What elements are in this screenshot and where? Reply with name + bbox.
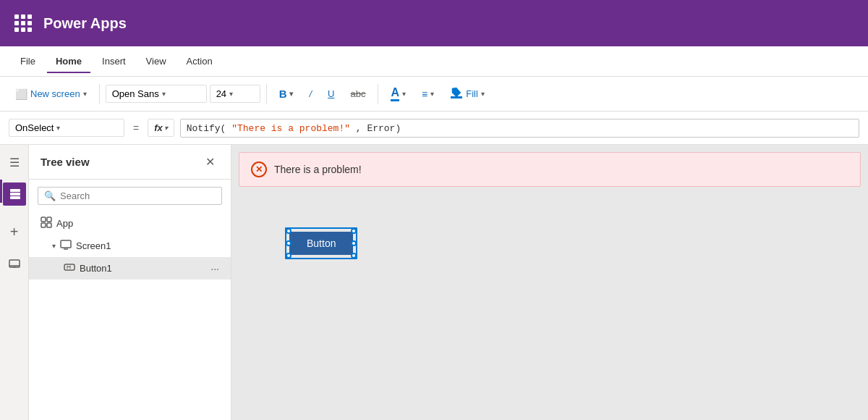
toolbar-divider-1 [99, 84, 100, 104]
error-icon: ✕ [251, 161, 267, 177]
fx-label: fx [154, 122, 163, 133]
handle-top-right[interactable] [351, 228, 357, 234]
sidebar-icons: ☰ + [0, 145, 29, 420]
font-size-value: 24 [216, 88, 226, 99]
align-icon: ≡ [422, 88, 427, 100]
new-screen-icon: ⬜ [15, 88, 27, 100]
menu-file[interactable]: File [12, 50, 44, 72]
underline-label: U [328, 88, 334, 99]
handle-bottom-left[interactable] [286, 253, 292, 259]
tree-header: Tree view ✕ [29, 145, 231, 180]
search-icon: 🔍 [44, 190, 56, 201]
font-size-select[interactable]: 24 ▾ [210, 85, 260, 103]
error-notification: ✕ There is a problem! [239, 152, 861, 187]
canvas-button-wrapper[interactable]: Button [289, 232, 353, 255]
svg-rect-13 [64, 264, 75, 270]
menu-home[interactable]: Home [47, 50, 90, 72]
svg-rect-2 [10, 193, 20, 196]
tree-item-app[interactable]: App [29, 212, 231, 235]
active-indicator [0, 180, 2, 203]
screen1-chevron: ▾ [52, 242, 56, 250]
screen1-label: Screen1 [76, 240, 219, 251]
app-title: Power Apps [43, 15, 127, 32]
top-bar: Power Apps [0, 0, 868, 46]
italic-label: / [309, 88, 312, 99]
tree-panel: Tree view ✕ 🔍 App ▾ Screen1 Button1 [29, 145, 231, 420]
new-screen-label: New screen [30, 88, 80, 99]
text-color-chevron: ▾ [402, 90, 406, 98]
formula-input[interactable]: Notify( "There is a problem!" , Error) [180, 119, 859, 138]
property-value: OnSelect [15, 122, 54, 133]
fill-button[interactable]: Fill ▾ [443, 82, 491, 106]
menu-view[interactable]: View [137, 50, 175, 72]
text-color-button[interactable]: A ▾ [384, 82, 412, 106]
tree-close-button[interactable]: ✕ [201, 154, 219, 170]
fill-label: Fill [466, 88, 478, 99]
button1-icon [64, 261, 75, 275]
toolbar-divider-3 [378, 84, 378, 104]
sidebar-layers-icon[interactable] [3, 182, 26, 206]
error-text: There is a problem! [274, 164, 362, 175]
fill-icon [450, 86, 463, 101]
strikethrough-button[interactable]: abc [344, 84, 373, 104]
equals-sign: = [130, 122, 142, 134]
svg-rect-7 [41, 217, 46, 222]
menu-insert[interactable]: Insert [93, 50, 135, 72]
underline-button[interactable]: U [321, 84, 341, 104]
button1-more-button[interactable]: ··· [210, 263, 219, 274]
property-chevron: ▾ [56, 124, 60, 132]
svg-rect-1 [10, 189, 20, 192]
sidebar-hamburger[interactable]: ☰ [3, 151, 26, 174]
button1-label: Button1 [80, 263, 206, 274]
bold-chevron: ▾ [289, 90, 293, 98]
search-box[interactable]: 🔍 [38, 187, 222, 205]
canvas-area[interactable]: ✕ There is a problem! Button [231, 145, 868, 420]
property-select[interactable]: OnSelect ▾ [9, 119, 124, 137]
svg-rect-8 [47, 217, 51, 222]
font-family-select[interactable]: Open Sans ▾ [106, 85, 207, 103]
svg-rect-10 [47, 223, 51, 227]
fx-chevron: ▾ [164, 124, 168, 132]
text-color-icon: A [391, 86, 399, 101]
sidebar-plus-icon[interactable]: + [3, 220, 26, 243]
app-label: App [56, 218, 219, 229]
search-input[interactable] [60, 190, 216, 201]
screen-icon [60, 239, 72, 253]
tree-item-button1[interactable]: Button1 ··· [29, 257, 231, 280]
toolbar: ⬜ New screen ▾ Open Sans ▾ 24 ▾ B ▾ / U … [0, 77, 868, 112]
handle-middle-right[interactable] [351, 240, 357, 246]
menu-bar: File Home Insert View Action [0, 46, 868, 77]
tree-item-screen1[interactable]: ▾ Screen1 [29, 235, 231, 257]
svg-rect-3 [10, 196, 20, 199]
formula-bar: OnSelect ▾ = fx ▾ Notify( "There is a pr… [0, 112, 868, 145]
fx-button[interactable]: fx ▾ [148, 119, 174, 137]
align-chevron: ▾ [430, 90, 434, 98]
main-layout: ☰ + Tree view ✕ 🔍 App ▾ [0, 145, 868, 420]
app-launcher-icon[interactable] [12, 12, 35, 35]
font-family-value: Open Sans [112, 88, 159, 99]
new-screen-button[interactable]: ⬜ New screen ▾ [9, 84, 93, 104]
font-family-chevron: ▾ [162, 90, 166, 98]
font-size-chevron: ▾ [229, 90, 233, 98]
italic-button[interactable]: / [302, 84, 318, 104]
app-icon [41, 217, 52, 230]
menu-action[interactable]: Action [178, 50, 221, 72]
toolbar-divider-2 [266, 84, 267, 104]
tree-view-title: Tree view [41, 156, 90, 168]
new-screen-chevron: ▾ [83, 90, 87, 98]
formula-text: Notify( "There is a problem!" , Error) [187, 123, 401, 134]
align-button[interactable]: ≡ ▾ [415, 84, 441, 104]
sidebar-device-icon[interactable] [3, 252, 26, 275]
handle-bottom-right[interactable] [351, 253, 357, 259]
svg-rect-0 [451, 96, 462, 98]
canvas-button[interactable]: Button [289, 232, 353, 255]
strikethrough-label: abc [351, 88, 366, 99]
svg-rect-11 [61, 240, 71, 248]
fill-chevron: ▾ [481, 90, 485, 98]
bold-label: B [279, 88, 287, 100]
svg-rect-9 [41, 223, 46, 227]
handle-middle-left[interactable] [286, 240, 292, 246]
handle-top-left[interactable] [286, 228, 292, 234]
bold-button[interactable]: B ▾ [273, 83, 300, 104]
